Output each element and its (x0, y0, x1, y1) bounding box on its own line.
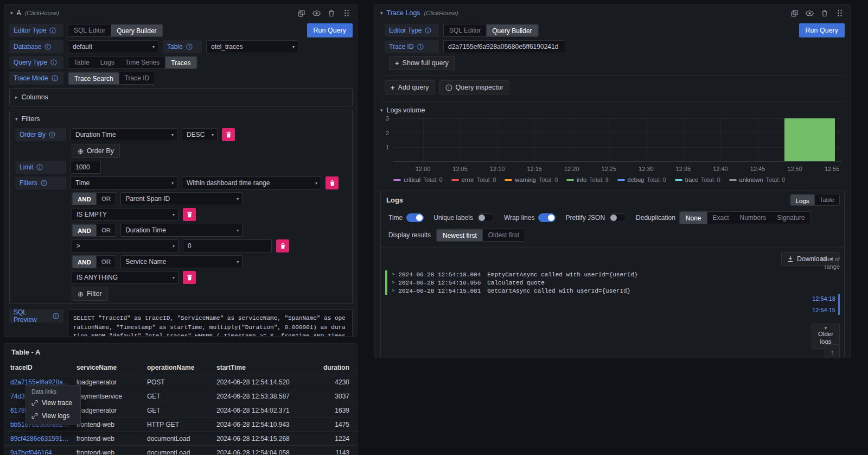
option-sql-editor[interactable]: SQL Editor (68, 24, 111, 36)
option-table-view[interactable]: Table (815, 194, 840, 205)
legend-item-debug[interactable]: debugTotal: 0 (617, 176, 666, 183)
duplicate-icon[interactable] (296, 8, 306, 18)
option-logs-view[interactable]: Logs (790, 194, 815, 206)
remove-condition-button[interactable] (276, 239, 289, 252)
info-icon[interactable] (49, 27, 56, 34)
view-trace-menu-item[interactable]: View trace (26, 396, 80, 409)
dedup-none[interactable]: None (680, 212, 707, 224)
info-icon[interactable] (53, 313, 59, 319)
column-header-operationname[interactable]: operationName (147, 364, 216, 371)
option-table[interactable]: Table (68, 56, 95, 68)
legend-item-error[interactable]: errorTotal: 0 (451, 176, 496, 183)
condition-field-select[interactable]: Duration Time ▾ (120, 224, 242, 237)
run-query-button[interactable]: Run Query (307, 23, 353, 37)
query-inspector-button[interactable]: Query inspector (439, 80, 509, 94)
remove-condition-button[interactable] (183, 271, 196, 284)
view-logs-menu-item[interactable]: View logs (26, 409, 80, 422)
logs-volume-header[interactable]: ▾ Logs volume (380, 104, 845, 116)
database-select[interactable]: default ▾ (68, 40, 158, 53)
order-by-direction-select[interactable]: DESC ▾ (182, 128, 218, 141)
condition-value-input[interactable] (183, 239, 272, 252)
chevron-down-icon[interactable]: ▾ (10, 11, 13, 16)
prettify-json-toggle[interactable] (609, 213, 626, 222)
dedup-exact[interactable]: Exact (707, 212, 735, 224)
panel-title[interactable]: A (17, 9, 21, 17)
time-filter-value-select[interactable]: Within dashboard time range ▾ (182, 176, 321, 189)
info-icon[interactable] (36, 164, 43, 170)
add-query-button[interactable]: + Add query (385, 80, 435, 94)
filters-section-header[interactable]: ▾ Filters (15, 113, 347, 125)
option-oldest-first[interactable]: Oldest first (483, 229, 525, 241)
dedup-numbers[interactable]: Numbers (735, 212, 772, 224)
columns-section-header[interactable]: ▸ Columns (15, 91, 347, 103)
log-nav-timestamp[interactable]: 12:54:18 (812, 295, 835, 302)
option-logs[interactable]: Logs (95, 56, 120, 68)
legend-item-info[interactable]: infoTotal: 3 (566, 176, 608, 183)
drag-handle-icon[interactable] (342, 8, 352, 18)
remove-condition-button[interactable] (183, 208, 196, 221)
log-row[interactable]: >2024-06-28 12:54:18.004EmptyCartAsync c… (385, 270, 844, 279)
option-traces[interactable]: Traces (165, 56, 196, 69)
legend-item-unknown[interactable]: unknownTotal: 0 (729, 176, 786, 183)
expand-log-icon[interactable]: > (392, 288, 394, 294)
info-icon[interactable] (417, 43, 424, 50)
info-icon[interactable] (50, 59, 57, 66)
table-select[interactable]: otel_traces ▾ (206, 40, 298, 53)
info-icon[interactable] (49, 131, 55, 138)
condition-operator-select[interactable]: IS EMPTY ▾ (72, 208, 178, 221)
info-icon[interactable] (41, 180, 47, 186)
bool-and[interactable]: AND (72, 193, 97, 205)
log-row[interactable]: >2024-06-28 12:54:16.956Calculated quote (385, 279, 844, 287)
column-header-starttime[interactable]: startTime (216, 364, 309, 371)
remove-order-by-button[interactable] (222, 128, 235, 141)
remove-filter-button[interactable] (326, 176, 339, 189)
log-row[interactable]: >2024-06-28 12:54:15.081GetCartAsync cal… (385, 287, 844, 295)
condition-operator-select[interactable]: IS ANYTHING ▾ (72, 271, 178, 284)
trash-icon[interactable] (820, 8, 829, 18)
option-trace-search[interactable]: Trace Search (68, 72, 119, 85)
show-full-query-button[interactable]: + Show full query (389, 56, 455, 70)
option-time-series[interactable]: Time Series (120, 56, 165, 68)
trash-icon[interactable] (327, 8, 336, 18)
trace-id-link[interactable]: 89cf4286e631591b4... (10, 435, 76, 443)
add-filter-button[interactable]: ⊕ Filter (72, 287, 108, 301)
condition-field-select[interactable]: Parent Span ID ▾ (120, 192, 242, 205)
order-by-field-select[interactable]: Duration Time ▾ (71, 128, 177, 141)
run-query-button[interactable]: Run Query (799, 23, 845, 37)
expand-log-icon[interactable]: > (392, 272, 394, 277)
unique-labels-toggle[interactable] (477, 213, 494, 222)
column-header-duration[interactable]: duration (309, 364, 352, 371)
condition-field-select[interactable]: Service Name ▾ (120, 255, 242, 268)
bool-and[interactable]: AND (72, 224, 97, 237)
log-nav-timestamp[interactable]: 12:54:15 (812, 307, 835, 313)
trace-id-input[interactable] (443, 40, 565, 53)
legend-item-critical[interactable]: criticalTotal: 0 (393, 176, 443, 183)
duplicate-icon[interactable] (789, 8, 799, 18)
add-order-by-button[interactable]: ⊕ Order By (72, 144, 120, 158)
eye-icon[interactable] (805, 8, 814, 18)
bool-or[interactable]: OR (97, 224, 116, 236)
bool-or[interactable]: OR (97, 193, 116, 205)
bool-or[interactable]: OR (97, 256, 116, 268)
expand-log-icon[interactable]: > (392, 280, 394, 286)
trace-id-link[interactable]: 9a7bef046164... (10, 449, 76, 455)
limit-input[interactable] (71, 161, 101, 174)
option-query-builder[interactable]: Query Builder (486, 24, 538, 37)
scroll-to-top-button[interactable]: ↑ (825, 344, 840, 358)
bool-and[interactable]: AND (72, 256, 97, 268)
column-header-servicename[interactable]: serviceName (76, 364, 147, 371)
legend-item-trace[interactable]: traceTotal: 0 (675, 176, 720, 183)
wrap-lines-toggle[interactable] (538, 213, 556, 222)
option-trace-id[interactable]: Trace ID (119, 72, 155, 84)
info-icon[interactable] (44, 43, 51, 50)
column-header-traceid[interactable]: traceID (10, 364, 76, 371)
info-icon[interactable] (52, 75, 58, 81)
info-icon[interactable] (186, 43, 193, 50)
dedup-signature[interactable]: Signature (771, 212, 810, 224)
eye-icon[interactable] (311, 8, 321, 18)
option-query-builder[interactable]: Query Builder (111, 24, 162, 37)
time-toggle[interactable] (406, 213, 424, 222)
option-sql-editor[interactable]: SQL Editor (444, 24, 486, 36)
time-filter-field-select[interactable]: Time ▾ (71, 176, 177, 189)
option-newest-first[interactable]: Newest first (437, 229, 483, 242)
